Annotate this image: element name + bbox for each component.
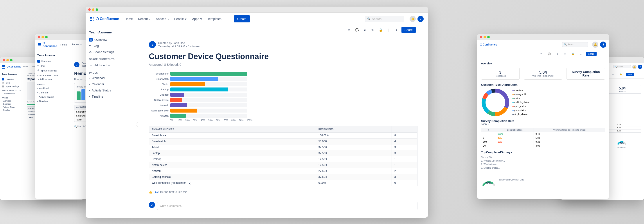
minimize-icon-r[interactable] bbox=[484, 36, 486, 38]
bar-row-gaming: Gaming console bbox=[149, 109, 418, 113]
minimize-icon-m[interactable] bbox=[92, 8, 94, 11]
gauge2-lbl-fr: Surveys Sent bbox=[616, 147, 627, 148]
sidebar-collapse-btn[interactable]: ‹ bbox=[136, 122, 138, 127]
page-calendar-m[interactable]: • Calendar bbox=[86, 81, 138, 87]
share-btn-fr[interactable]: Share bbox=[626, 73, 634, 76]
more-options-icon-m[interactable]: ⋯ bbox=[418, 27, 424, 33]
avatar-fr[interactable]: J bbox=[638, 65, 642, 69]
data-table-m: ANSWER CHOICES RESPONSES Smartphone100.0… bbox=[149, 126, 418, 186]
search-box-fr[interactable]: 🔍 Search bbox=[613, 65, 631, 68]
comp-r3c1: 100 bbox=[481, 140, 496, 144]
sidebar-blog-l[interactable]: ❝ Blog bbox=[35, 64, 70, 68]
bar-fill-smartwatch bbox=[170, 77, 218, 81]
comment-icon-m[interactable]: 💬 bbox=[354, 27, 360, 33]
restrict-icon-r[interactable]: 🔒 bbox=[570, 51, 576, 57]
sidebar-blog-fl[interactable]: ❝ Blog bbox=[0, 81, 24, 85]
nav-people-m[interactable]: People ∨ bbox=[172, 16, 189, 22]
page-activity-l[interactable]: • Activity Status bbox=[35, 95, 70, 99]
notif-icon-r[interactable]: 🔔 bbox=[592, 42, 598, 48]
add-shortcut-m[interactable]: ＋ Add shortcut bbox=[86, 61, 138, 69]
sidebar-overview-fl[interactable]: Overview bbox=[0, 78, 24, 81]
maximize-icon-r[interactable] bbox=[487, 36, 490, 38]
page-meta-m: J Created by John Doe Yesterday at 9:39 … bbox=[149, 41, 418, 48]
page-timeline-l[interactable]: • Timeline bbox=[35, 99, 70, 104]
share-btn-r[interactable]: Share bbox=[586, 52, 596, 56]
nav-recent-l[interactable]: Recent ∨ bbox=[70, 42, 83, 47]
export-icon-r[interactable]: ⤓ bbox=[578, 51, 584, 57]
mbar1 bbox=[76, 91, 80, 100]
bar-row-smartwatch: Smartwatch bbox=[149, 77, 418, 81]
page-timeline-fl[interactable]: • Timeline bbox=[0, 109, 24, 112]
comment-icon-r[interactable]: 💬 bbox=[546, 51, 552, 57]
nav-templates-m[interactable]: Templates bbox=[205, 16, 224, 22]
nav-home[interactable]: Home bbox=[22, 65, 29, 68]
sidebar-blog-m[interactable]: ❝ Blog bbox=[86, 43, 138, 49]
sidebar-space-settings-m[interactable]: ⚙ Space Settings bbox=[86, 49, 138, 55]
sidebar-overview-l[interactable]: Overview bbox=[35, 59, 70, 64]
export-icon-m[interactable]: ⤓ bbox=[394, 27, 400, 33]
minimize-icon-l[interactable] bbox=[42, 36, 44, 38]
nav-soaces-m[interactable]: Soaces ∨ bbox=[154, 16, 171, 22]
survey-item2: 1. What is... blink blink... bbox=[481, 159, 605, 163]
star-icon-m[interactable]: ★ bbox=[362, 27, 368, 33]
more-icon-r[interactable]: ⋯ bbox=[598, 51, 604, 57]
page-activity-m[interactable]: • Activity Status bbox=[86, 87, 138, 93]
watch-icon-fr[interactable]: 👁 bbox=[610, 71, 616, 77]
restrict-icon-fr[interactable]: 🔒 bbox=[618, 71, 624, 77]
add-shortcut-label-m: Add shortcut bbox=[94, 64, 110, 67]
cell-0-1: 100.00% bbox=[316, 133, 392, 138]
bar-fill-smartphone bbox=[170, 72, 247, 76]
page-workload-m[interactable]: • Workload bbox=[86, 75, 138, 81]
mbar2 bbox=[82, 89, 86, 100]
search-box-r[interactable]: 🔍 Search bbox=[562, 42, 588, 47]
restrict-icon-m[interactable]: 🔒 bbox=[378, 27, 384, 33]
star-icon-r[interactable]: ★ bbox=[554, 51, 560, 57]
notif-icon-m[interactable]: 🔔 bbox=[410, 16, 416, 22]
nav-apps-m[interactable]: Apps ∨ bbox=[190, 16, 204, 22]
comp-th3: Avg Time taken to complete (mins) bbox=[534, 128, 605, 132]
comment-input-m[interactable]: Write a comment... bbox=[157, 202, 418, 210]
create-btn-m[interactable]: Create bbox=[234, 15, 250, 23]
legend-matrix: ■ matrix bbox=[512, 97, 530, 100]
search-box-m[interactable]: 🔍 Search bbox=[365, 16, 404, 22]
search-placeholder-m: Search bbox=[372, 17, 382, 21]
watch-icon-r[interactable]: 👁 bbox=[562, 51, 568, 57]
overview-icon-fl bbox=[2, 78, 4, 80]
edit-icon-m[interactable]: ✏ bbox=[346, 27, 352, 33]
add-shortcut-l[interactable]: ＋ Add shortcut bbox=[35, 77, 70, 82]
page-toolbar-m: ✏ 💬 ★ 👁 🔒 | ⤓ Share ⋯ bbox=[138, 25, 428, 35]
avatar-m[interactable]: J bbox=[418, 16, 424, 22]
notif-icon-fr[interactable]: 🔔 bbox=[632, 65, 636, 69]
close-icon[interactable] bbox=[3, 59, 5, 61]
sidebar-overview-m[interactable]: ◻ Overview bbox=[86, 37, 138, 43]
add-shortcut-fl[interactable]: ＋ Add shortcut bbox=[0, 92, 24, 96]
maximize-icon-l[interactable] bbox=[45, 36, 48, 38]
page-workload-l[interactable]: • Workload bbox=[35, 86, 70, 90]
close-icon-r[interactable] bbox=[480, 36, 482, 38]
comp-r4c3: 3.00 bbox=[534, 144, 605, 148]
nav-recent-m[interactable]: Recent ∨ bbox=[136, 16, 153, 22]
nav-home-l[interactable]: Home bbox=[59, 43, 68, 47]
close-icon-m[interactable] bbox=[88, 8, 91, 11]
maximize-icon-m[interactable] bbox=[96, 8, 98, 11]
avatar-r[interactable]: J bbox=[600, 42, 606, 48]
share-btn-m[interactable]: Share bbox=[402, 27, 416, 33]
grid-icon-m bbox=[90, 17, 94, 21]
close-icon-l[interactable] bbox=[38, 36, 40, 38]
sidebar-space-settings-fl[interactable]: ⚙ Space Settings bbox=[0, 85, 24, 88]
sidebar-settings-l[interactable]: ⚙ Space Settings bbox=[35, 68, 70, 73]
nav-home-m[interactable]: Home bbox=[122, 16, 135, 22]
more-icon-fr[interactable]: ⋯ bbox=[636, 71, 642, 77]
edit-icon-r[interactable]: ✏ bbox=[538, 51, 544, 57]
page-timeline-m[interactable]: • Timeline bbox=[86, 93, 138, 100]
minimize-icon[interactable] bbox=[6, 59, 9, 61]
page-calendar-fl[interactable]: • Calendar bbox=[0, 102, 24, 106]
page-workload-fl[interactable]: • Workload bbox=[0, 99, 24, 102]
like-area-m[interactable]: 👍 Like Be the first to like this bbox=[149, 190, 418, 194]
maximize-icon[interactable] bbox=[10, 59, 12, 61]
calendar-label-m: Calendar bbox=[92, 82, 104, 86]
page-calendar-l[interactable]: • Calendar bbox=[35, 90, 70, 95]
watch-icon-m[interactable]: 👁 bbox=[370, 27, 376, 33]
page-activity-fl[interactable]: • Activity Status bbox=[0, 106, 24, 109]
bar-fill-desktop bbox=[170, 93, 184, 97]
